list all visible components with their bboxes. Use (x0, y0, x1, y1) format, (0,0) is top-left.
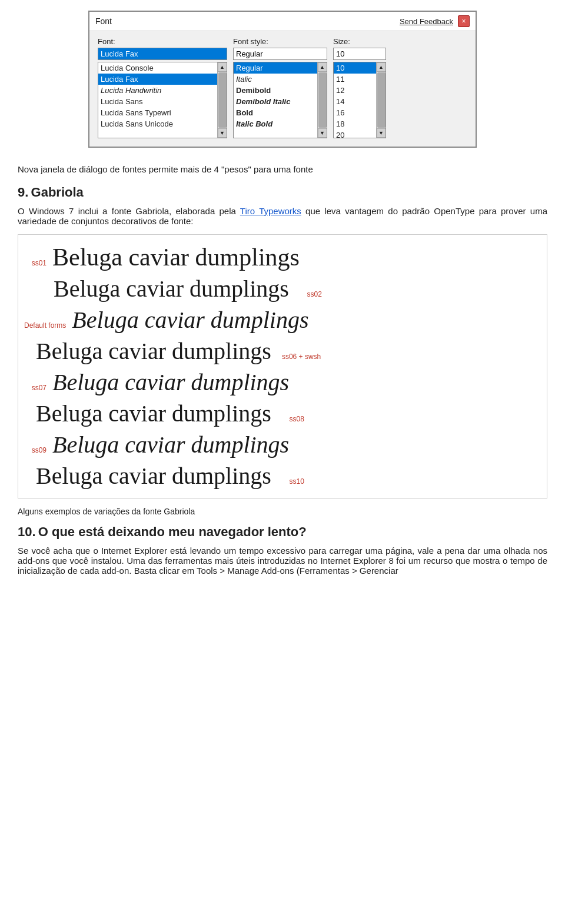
gabriola-tag-ss08: ss08 (282, 415, 304, 423)
list-item[interactable]: Lucida Handwritin (98, 85, 217, 96)
dialog-columns: Font: Lucida Console Lucida Fax Lucida H… (98, 37, 467, 138)
style-list-item-italic[interactable]: Italic (234, 74, 317, 85)
style-list: Regular Italic Demibold Demibold Italic … (234, 62, 327, 129)
size-list-item-12[interactable]: 12 (334, 85, 376, 96)
size-list-item-18[interactable]: 18 (334, 118, 376, 129)
size-list-wrapper: 10 11 12 14 16 18 20 ▲ ▼ (333, 62, 386, 138)
gabriola-tag-ss02: ss02 (300, 290, 322, 298)
gabriola-row-4: Beluga caviar dumplings ss06 + swsh (36, 337, 321, 365)
gabriola-row-2: Beluga caviar dumplings ss02 (54, 275, 322, 303)
section10-paragraph1: Se você acha que o Internet Explorer est… (18, 546, 547, 576)
font-dialog: Font Send Feedback × Font: Lucida Consol… (88, 11, 477, 148)
scroll-thumb[interactable] (318, 72, 327, 128)
gabriola-caption: Alguns exemplos de variações da fonte Ga… (18, 507, 547, 516)
size-list-scrollbar[interactable]: ▲ ▼ (376, 62, 385, 138)
style-list-item-regular[interactable]: Regular (234, 62, 317, 74)
gabriola-tag-default: Default forms (24, 321, 66, 330)
size-list-item-20[interactable]: 20 (334, 129, 376, 138)
list-item[interactable]: Lucida Sans Unicode (98, 118, 217, 129)
font-input[interactable] (98, 48, 227, 60)
style-list-wrapper: Regular Italic Demibold Demibold Italic … (233, 62, 327, 138)
gabriola-text-3: Beluga caviar dumplings (72, 306, 308, 334)
list-item[interactable]: Lucida Sans Typewri (98, 107, 217, 118)
scroll-up-arrow[interactable]: ▲ (377, 62, 386, 72)
gabriola-row-8: Beluga caviar dumplings ss10 (36, 462, 304, 490)
size-list-item-16[interactable]: 16 (334, 107, 376, 118)
style-list-item-demibold[interactable]: Demibold (234, 85, 317, 96)
font-column: Font: Lucida Console Lucida Fax Lucida H… (98, 37, 227, 138)
section9-title: Gabriola (31, 185, 84, 200)
content-area: Nova janela de diálogo de fontes permite… (0, 158, 565, 592)
style-list-item-italic-bold[interactable]: Italic Bold (234, 118, 317, 129)
gabriola-row-3: Default forms Beluga caviar dumplings (24, 306, 309, 334)
gabriola-tag-ss09: ss09 (24, 446, 46, 454)
gabriola-tag-ss10: ss10 (282, 477, 304, 486)
list-item[interactable]: Lucida Console (98, 62, 217, 74)
font-list-scrollbar[interactable]: ▲ ▼ (217, 62, 227, 138)
gabriola-text-2: Beluga caviar dumplings (54, 275, 289, 303)
gabriola-text-1: Beluga caviar dumplings (52, 243, 300, 271)
dialog-body: Font: Lucida Console Lucida Fax Lucida H… (89, 31, 476, 147)
scroll-down-arrow[interactable]: ▼ (318, 128, 327, 138)
style-list-item-bold[interactable]: Bold (234, 107, 317, 118)
font-style-input[interactable] (233, 48, 327, 60)
style-list-scrollbar[interactable]: ▲ ▼ (317, 62, 327, 138)
gabriola-text-6: Beluga caviar dumplings (36, 400, 271, 427)
size-list-item-10[interactable]: 10 (334, 62, 376, 74)
gabriola-examples-box: ss01 Beluga caviar dumplings Beluga cavi… (18, 234, 547, 498)
dialog-description: Nova janela de diálogo de fontes permite… (18, 164, 547, 174)
gabriola-tag-ss01: ss01 (24, 259, 46, 267)
gabriola-tag-ss07: ss07 (24, 384, 46, 392)
close-button[interactable]: × (458, 15, 470, 27)
style-list-item-demibold-italic[interactable]: Demibold Italic (234, 96, 317, 107)
scroll-thumb[interactable] (218, 72, 227, 128)
font-list: Lucida Console Lucida Fax Lucida Handwri… (98, 62, 227, 129)
size-label: Size: (333, 37, 386, 46)
list-item[interactable]: Lucida Sans (98, 96, 217, 107)
gabriola-row-7: ss09 Beluga caviar dumplings (24, 431, 289, 458)
titlebar-right: Send Feedback × (400, 15, 470, 27)
scroll-down-arrow[interactable]: ▼ (377, 128, 386, 138)
section9-text: O Windows 7 inclui a fonte Gabriola, ela… (18, 206, 547, 226)
font-label: Font: (98, 37, 227, 46)
section9-text-before-link: O Windows 7 inclui a fonte Gabriola, ela… (18, 206, 240, 216)
gabriola-row-5: ss07 Beluga caviar dumplings (24, 368, 289, 396)
size-list-item-11[interactable]: 11 (334, 74, 376, 85)
gabriola-text-4: Beluga caviar dumplings (36, 337, 271, 365)
section10-title: O que está deixando meu navegador lento? (38, 524, 307, 539)
section10-heading: 10. O que está deixando meu navegador le… (18, 524, 547, 540)
font-style-label: Font style: (233, 37, 327, 46)
gabriola-text-8: Beluga caviar dumplings (36, 462, 271, 490)
size-input[interactable] (333, 48, 386, 60)
send-feedback-link[interactable]: Send Feedback (400, 17, 453, 26)
gabriola-row-6: Beluga caviar dumplings ss08 (36, 400, 304, 427)
gabriola-text-7: Beluga caviar dumplings (52, 431, 289, 458)
section10-number: 10. (18, 524, 36, 539)
gabriola-text-5: Beluga caviar dumplings (52, 368, 289, 396)
gabriola-tag-ss06: ss06 + swsh (282, 353, 321, 361)
size-list-item-14[interactable]: 14 (334, 96, 376, 107)
scroll-up-arrow[interactable]: ▲ (218, 62, 227, 72)
font-style-column: Font style: Regular Italic Demibold Demi… (233, 37, 327, 138)
section9-heading: 9. Gabriola (18, 185, 547, 200)
font-list-wrapper: Lucida Console Lucida Fax Lucida Handwri… (98, 62, 227, 138)
scroll-thumb[interactable] (377, 72, 385, 128)
size-column: Size: 10 11 12 14 16 18 20 ▲ (333, 37, 386, 138)
dialog-title: Font (95, 16, 112, 26)
tiro-typeworks-link[interactable]: Tiro Typeworks (240, 206, 301, 216)
dialog-titlebar: Font Send Feedback × (89, 12, 476, 31)
scroll-down-arrow[interactable]: ▼ (218, 128, 227, 138)
list-item[interactable]: Lucida Fax (98, 74, 217, 85)
gabriola-row-1: ss01 Beluga caviar dumplings (24, 243, 300, 271)
section9-number: 9. (18, 185, 28, 200)
scroll-up-arrow[interactable]: ▲ (318, 62, 327, 72)
